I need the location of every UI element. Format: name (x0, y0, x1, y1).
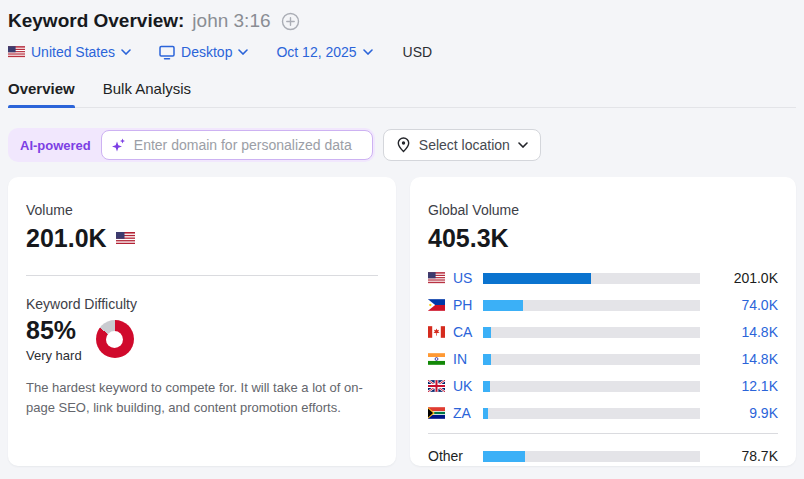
country-row-ph: PH 74.0K (428, 295, 778, 315)
currency-label: USD (403, 44, 433, 60)
country-link-ph[interactable]: PH (453, 297, 483, 313)
volume-bar-fill (483, 327, 491, 338)
volume-bar-fill (483, 354, 491, 365)
country-selector-label: United States (31, 44, 115, 60)
device-selector-label: Desktop (181, 44, 232, 60)
country-volume-list: US 201.0K PH 74.0K CA (428, 268, 778, 466)
us-flag-icon (116, 232, 135, 245)
other-divider (428, 433, 778, 434)
volume-bar-track (483, 354, 700, 365)
global-volume-value: 405.3K (428, 224, 778, 253)
volume-bar-fill (483, 451, 525, 462)
volume-bar-track (483, 300, 700, 311)
desktop-icon (159, 45, 175, 60)
kd-value: 85% (26, 316, 82, 345)
country-row-uk: UK 12.1K (428, 376, 778, 396)
filter-bar: United States Desktop Oct 12, 2025 USD (8, 44, 796, 60)
us-flag-icon (428, 272, 445, 284)
za-flag-icon (428, 407, 445, 419)
other-row: Other 78.7K (428, 446, 778, 466)
ai-powered-badge: AI-powered (10, 138, 101, 153)
country-link-uk[interactable]: UK (453, 378, 483, 394)
ca-flag-icon (428, 326, 445, 338)
chevron-down-icon (238, 49, 248, 55)
keyword-text: john 3:16 (192, 10, 270, 32)
date-selector[interactable]: Oct 12, 2025 (276, 44, 372, 60)
chevron-down-icon (518, 142, 528, 148)
country-volume-value: 12.1K (741, 378, 778, 394)
country-selector[interactable]: United States (8, 44, 131, 60)
kd-donut-hole (106, 331, 123, 348)
volume-number: 201.0K (26, 224, 107, 253)
volume-value: 201.0K (26, 224, 378, 253)
country-row-us: US 201.0K (428, 268, 778, 288)
volume-bar-fill (483, 408, 488, 419)
country-row-in: IN 14.8K (428, 349, 778, 369)
chevron-down-icon (363, 49, 373, 55)
select-location-button[interactable]: Select location (383, 129, 541, 161)
us-flag-icon (8, 46, 25, 58)
tab-bar: Overview Bulk Analysis (8, 80, 796, 108)
volume-bar-fill (483, 273, 591, 284)
domain-input[interactable] (101, 130, 373, 160)
sparkle-icon (110, 137, 127, 154)
page-header: Keyword Overview: john 3:16 (8, 10, 796, 32)
ai-powered-bar: AI-powered Select location (8, 128, 796, 162)
kd-label: Keyword Difficulty (26, 296, 378, 312)
chevron-down-icon (121, 49, 131, 55)
card-divider (26, 275, 378, 276)
country-volume-value: 74.0K (741, 297, 778, 313)
global-volume-label: Global Volume (428, 202, 778, 218)
kd-donut-chart (96, 320, 134, 358)
country-link-us[interactable]: US (453, 270, 483, 286)
tab-overview[interactable]: Overview (8, 80, 75, 107)
country-row-za: ZA 9.9K (428, 403, 778, 423)
uk-flag-icon (428, 380, 445, 392)
volume-bar-fill (483, 381, 490, 392)
device-selector[interactable]: Desktop (159, 44, 248, 60)
ai-powered-pill: AI-powered (8, 128, 375, 162)
volume-label: Volume (26, 202, 378, 218)
keyword-overview-page: Keyword Overview: john 3:16 United State… (0, 0, 804, 466)
country-link-ca[interactable]: CA (453, 324, 483, 340)
volume-bar-track (483, 381, 700, 392)
volume-bar-track (483, 327, 700, 338)
in-flag-icon (428, 353, 445, 365)
country-volume-value: 201.0K (734, 270, 778, 286)
kd-level: Very hard (26, 348, 82, 363)
country-volume-value: 9.9K (749, 405, 778, 421)
metrics-cards: Volume 201.0K Keyword Difficulty 85% Ver… (8, 177, 796, 466)
country-link-in[interactable]: IN (453, 351, 483, 367)
global-volume-card: Global Volume 405.3K US 201.0K PH (410, 177, 796, 466)
volume-bar-track (483, 408, 700, 419)
tab-bulk-analysis[interactable]: Bulk Analysis (103, 80, 191, 107)
volume-bar-track (483, 273, 700, 284)
country-row-ca: CA 14.8K (428, 322, 778, 342)
country-link-za[interactable]: ZA (453, 405, 483, 421)
volume-bar-fill (483, 300, 523, 311)
kd-metric: 85% Very hard (26, 316, 378, 363)
other-volume-value: 78.7K (741, 448, 778, 464)
country-volume-value: 14.8K (741, 351, 778, 367)
add-keyword-icon[interactable] (281, 12, 300, 31)
location-pin-icon (396, 137, 411, 153)
ph-flag-icon (428, 299, 445, 311)
kd-description: The hardest keyword to compete for. It w… (26, 378, 378, 418)
other-label: Other (428, 448, 483, 464)
select-location-label: Select location (419, 137, 510, 153)
volume-bar-track (483, 451, 700, 462)
page-title: Keyword Overview: (8, 10, 184, 32)
date-selector-label: Oct 12, 2025 (276, 44, 356, 60)
volume-card: Volume 201.0K Keyword Difficulty 85% Ver… (8, 177, 396, 466)
country-volume-value: 14.8K (741, 324, 778, 340)
